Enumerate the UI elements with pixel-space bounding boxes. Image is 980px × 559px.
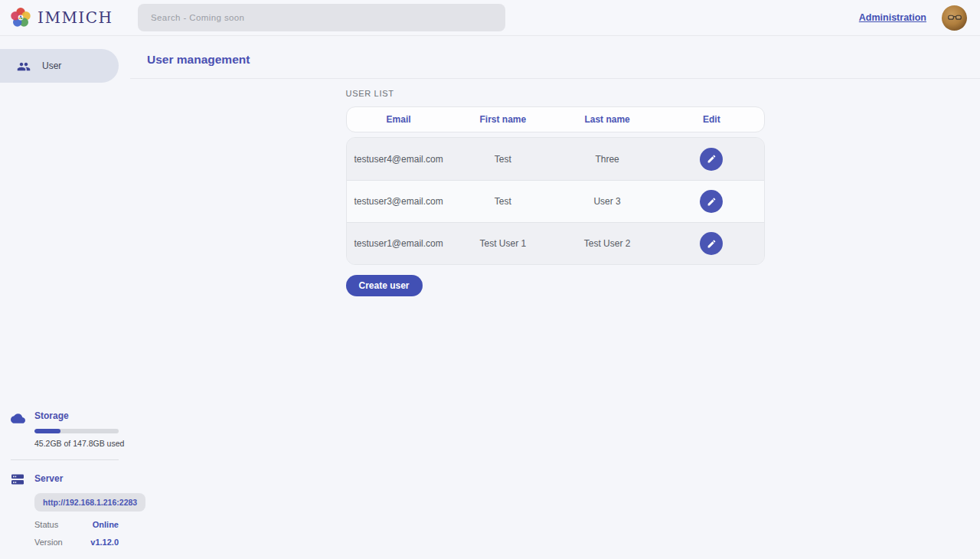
version-value: v1.12.0 [90,538,119,547]
top-bar-right: Administration [859,5,980,31]
cell-email: testuser4@email.com [347,154,451,165]
server-status-row: Status Online [34,520,119,529]
server-body: http://192.168.1.216:2283 Status Online … [34,486,119,547]
column-header-last-name: Last name [555,114,659,125]
column-header-email: Email [347,114,451,125]
edit-user-button[interactable] [700,148,723,171]
immich-flower-icon [11,8,31,28]
user-avatar[interactable] [942,5,967,31]
user-table: testuser4@email.com Test Three [346,137,765,265]
status-value: Online [93,520,119,529]
user-list-label: USER LIST [346,89,765,98]
server-section: Server http://192.168.1.216:2283 Status … [11,472,119,547]
sidebar-item-user[interactable]: User [0,49,119,83]
edit-user-button[interactable] [700,232,723,255]
table-row: testuser3@email.com Test User 3 [347,180,764,222]
edit-user-button[interactable] [700,190,723,213]
cell-first-name: Test [451,196,555,207]
administration-link[interactable]: Administration [859,12,926,23]
server-url-chip: http://192.168.1.216:2283 [34,493,145,512]
page-header: User management [130,36,980,79]
column-header-edit: Edit [659,114,763,125]
storage-title: Storage [34,410,119,422]
sidebar-spacer [0,83,130,410]
app-logo: IMMICH [0,8,130,28]
storage-usage-text: 45.2GB of 147.8GB used [34,439,119,448]
sidebar: User Storage 45.2GB of 147.8GB used [0,36,130,559]
cell-email: testuser3@email.com [347,196,451,207]
top-bar: IMMICH Administration [0,0,980,36]
sidebar-divider [11,459,119,460]
glasses-icon [946,9,963,26]
cell-email: testuser1@email.com [347,238,451,249]
storage-content: Storage 45.2GB of 147.8GB used [34,410,119,448]
main-layout: User Storage 45.2GB of 147.8GB used [0,36,980,559]
pencil-icon [707,154,717,164]
cell-first-name: Test [451,154,555,165]
server-icon [11,472,25,486]
user-list-panel: USER LIST Email First name Last name Edi… [346,89,765,296]
logo-text: IMMICH [38,8,113,27]
storage-progress-track [34,429,119,433]
storage-section: Storage 45.2GB of 147.8GB used [11,410,119,448]
storage-progress-fill [34,429,60,433]
table-row: testuser4@email.com Test Three [347,138,764,180]
cell-last-name: User 3 [555,196,659,207]
version-label: Version [34,538,63,547]
server-title: Server [34,473,63,485]
cell-first-name: Test User 1 [451,238,555,249]
cell-last-name: Three [555,154,659,165]
search-bar [138,4,505,31]
sidebar-item-label: User [42,60,61,71]
main-content: User management USER LIST Email First na… [130,36,980,559]
table-header-row: Email First name Last name Edit [346,106,765,132]
status-label: Status [34,520,58,529]
table-row: testuser1@email.com Test User 1 Test Use… [347,222,764,264]
server-version-row: Version v1.12.0 [34,538,119,547]
search-input[interactable] [138,4,505,31]
sidebar-status-panel: Storage 45.2GB of 147.8GB used [0,410,130,559]
create-user-button[interactable]: Create user [346,275,423,296]
column-header-first-name: First name [451,114,555,125]
pencil-icon [707,197,717,207]
pencil-icon [707,239,717,249]
page-title: User management [147,53,250,66]
users-group-icon [17,59,31,74]
cell-last-name: Test User 2 [555,238,659,249]
cloud-icon [11,410,25,426]
